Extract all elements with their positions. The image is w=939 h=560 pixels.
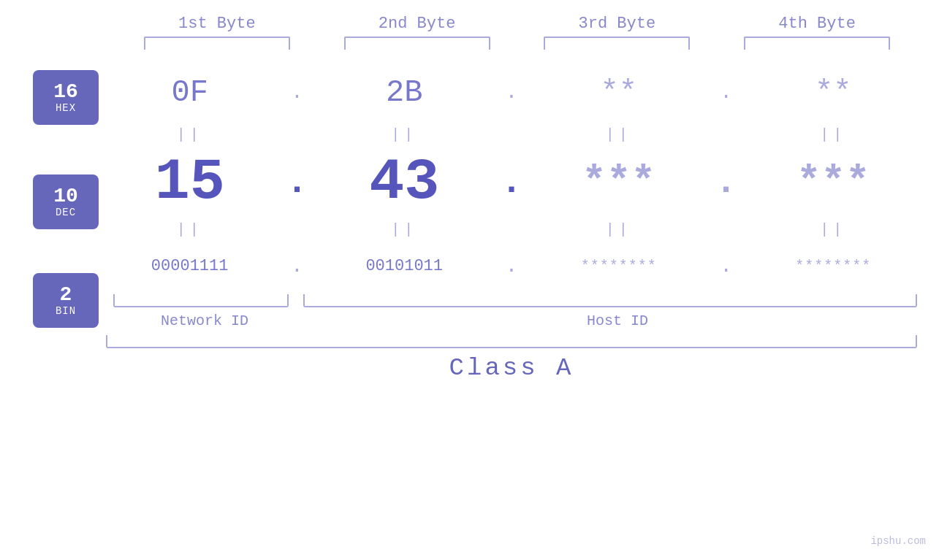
bin-b4: ******** bbox=[760, 258, 906, 275]
eq1: || bbox=[117, 126, 263, 143]
dec-b3: *** bbox=[546, 158, 692, 205]
eq4: || bbox=[760, 126, 906, 143]
dec-badge-number: 10 bbox=[53, 186, 78, 207]
equals-row-2: || || || || bbox=[106, 218, 917, 240]
hex-b4: ** bbox=[760, 75, 906, 110]
bin-badge: 2 BIN bbox=[33, 273, 99, 328]
hex-sep2: . bbox=[498, 81, 524, 104]
bracket-byte2 bbox=[344, 37, 490, 50]
dec-sep3: . bbox=[713, 161, 739, 203]
byte3-label: 3rd Byte bbox=[544, 15, 690, 33]
hex-b2: 2B bbox=[331, 75, 477, 110]
bin-badge-label: BIN bbox=[56, 305, 76, 317]
bottom-brackets bbox=[106, 294, 917, 309]
hex-badge-number: 16 bbox=[53, 82, 78, 102]
bin-b3: ******** bbox=[546, 258, 692, 275]
hex-b1: 0F bbox=[117, 75, 263, 110]
byte2-label: 2nd Byte bbox=[344, 15, 490, 33]
eq2: || bbox=[331, 126, 477, 143]
bin-row: 00001111 . 00101011 . ******** . bbox=[106, 240, 917, 291]
network-bracket bbox=[113, 294, 289, 307]
byte4-label: 4th Byte bbox=[744, 15, 890, 33]
hex-badge: 16 HEX bbox=[33, 70, 99, 125]
dec-badge: 10 DEC bbox=[33, 174, 99, 229]
class-label-row: Class A bbox=[106, 354, 917, 382]
header-row: 1st Byte 2nd Byte 3rd Byte 4th Byte bbox=[0, 0, 939, 33]
bin-badge-number: 2 bbox=[60, 285, 72, 305]
hex-b3: ** bbox=[546, 75, 692, 110]
host-id-label: Host ID bbox=[318, 312, 917, 329]
eq3: || bbox=[546, 126, 692, 143]
bracket-byte3 bbox=[544, 37, 690, 50]
left-badges: 16 HEX 10 DEC 2 BIN bbox=[0, 63, 99, 328]
byte1-label: 1st Byte bbox=[144, 15, 290, 33]
bin-b2: 00101011 bbox=[331, 257, 477, 275]
dec-sep1: . bbox=[284, 161, 310, 203]
bracket-byte1 bbox=[144, 37, 290, 50]
dec-sep2: . bbox=[498, 161, 524, 203]
network-id-label: Network ID bbox=[106, 312, 303, 329]
hex-sep3: . bbox=[713, 81, 739, 104]
dec-row: 15 . 43 . *** . *** bbox=[106, 145, 917, 218]
bin-sep1: . bbox=[284, 255, 310, 277]
dec-b2: 43 bbox=[331, 149, 477, 215]
hex-row: 0F . 2B . ** . ** bbox=[106, 61, 917, 123]
hex-sep1: . bbox=[284, 81, 310, 104]
data-grid: 0F . 2B . ** . ** bbox=[99, 55, 939, 382]
watermark: ipshu.com bbox=[870, 535, 926, 547]
bin-b1: 00001111 bbox=[117, 257, 263, 275]
top-brackets bbox=[0, 37, 939, 50]
bracket-byte4 bbox=[744, 37, 890, 50]
main-container: 1st Byte 2nd Byte 3rd Byte 4th Byte 16 H… bbox=[0, 0, 939, 560]
host-bracket bbox=[303, 294, 917, 307]
dec-b4: *** bbox=[760, 158, 906, 205]
class-bracket bbox=[106, 335, 917, 348]
hex-badge-label: HEX bbox=[56, 102, 76, 114]
dec-badge-label: DEC bbox=[56, 207, 76, 218]
dec-b1: 15 bbox=[117, 149, 263, 215]
equals-row-1: || || || || bbox=[106, 123, 917, 145]
id-labels-row: Network ID Host ID bbox=[106, 312, 917, 329]
bin-sep2: . bbox=[498, 255, 524, 277]
bin-sep3: . bbox=[713, 255, 739, 277]
